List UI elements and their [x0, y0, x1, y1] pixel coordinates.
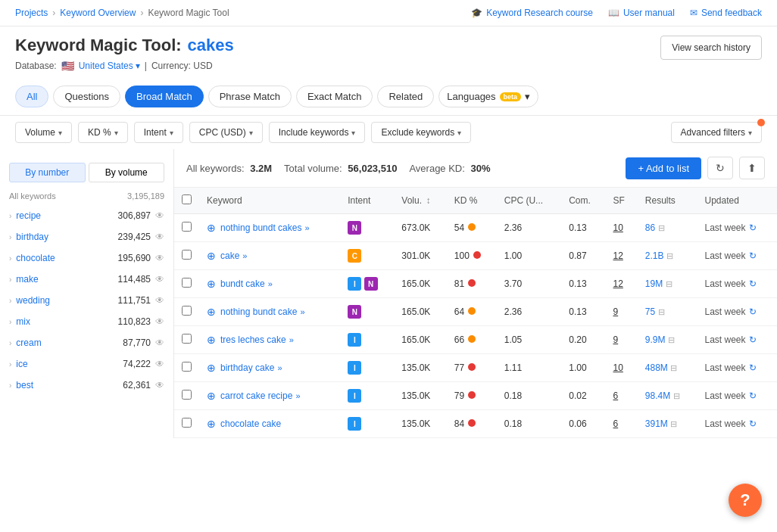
add-keyword-icon[interactable]: ⊕: [207, 250, 216, 262]
keyword-link[interactable]: tres leches cake »: [220, 334, 294, 345]
refresh-icon[interactable]: ↻: [749, 250, 757, 261]
include-keywords-filter[interactable]: Include keywords ▾: [269, 122, 366, 143]
sidebar-item[interactable]: › birthday 239,425 👁: [0, 226, 173, 247]
breadcrumb-keyword-overview[interactable]: Keyword Overview: [60, 8, 136, 18]
refresh-button[interactable]: ↻: [707, 157, 733, 179]
chevron-right-icon: ›: [9, 381, 11, 390]
keyword-link[interactable]: cake »: [220, 250, 247, 261]
sidebar-item[interactable]: › mix 110,823 👁: [0, 311, 173, 332]
database-selector[interactable]: United States ▾: [79, 61, 140, 71]
refresh-icon[interactable]: ↻: [749, 222, 757, 233]
eye-icon[interactable]: 👁: [155, 380, 164, 390]
sidebar-item[interactable]: › chocolate 195,690 👁: [0, 247, 173, 269]
eye-icon[interactable]: 👁: [155, 338, 164, 348]
sf-link[interactable]: 6: [613, 390, 618, 401]
add-keyword-icon[interactable]: ⊕: [207, 390, 216, 402]
results-link[interactable]: 391M: [645, 418, 668, 429]
breadcrumb-projects[interactable]: Projects: [15, 8, 48, 18]
results-cell: 391M ⊟: [638, 410, 697, 438]
results-link[interactable]: 2.1B: [645, 250, 664, 261]
row-checkbox[interactable]: [182, 278, 192, 288]
eye-icon[interactable]: 👁: [155, 359, 164, 369]
th-volume[interactable]: Volu. ↕: [394, 188, 447, 214]
keyword-link[interactable]: nothing bundt cakes »: [220, 222, 310, 233]
results-link[interactable]: 75: [645, 306, 655, 317]
sf-link[interactable]: 12: [613, 250, 623, 261]
view-history-button[interactable]: View search history: [660, 36, 762, 60]
sidebar-item[interactable]: › make 114,485 👁: [0, 269, 173, 290]
exclude-keywords-filter[interactable]: Exclude keywords ▾: [371, 122, 471, 143]
chevron-right-icon: ›: [9, 254, 11, 263]
refresh-icon[interactable]: ↻: [749, 278, 757, 289]
refresh-icon[interactable]: ↻: [749, 418, 757, 429]
sort-by-volume-button[interactable]: By volume: [89, 163, 165, 182]
add-to-list-button[interactable]: + Add to list: [626, 157, 701, 179]
volume-filter[interactable]: Volume ▾: [15, 122, 72, 143]
tab-related[interactable]: Related: [377, 86, 434, 107]
eye-icon[interactable]: 👁: [155, 210, 164, 221]
eye-icon[interactable]: 👁: [155, 232, 164, 242]
add-keyword-icon[interactable]: ⊕: [207, 334, 216, 346]
keyword-link[interactable]: birthday cake »: [220, 362, 282, 373]
add-keyword-icon[interactable]: ⊕: [207, 418, 216, 430]
keyword-link[interactable]: bundt cake »: [220, 278, 273, 289]
eye-icon[interactable]: 👁: [155, 295, 164, 306]
add-keyword-icon[interactable]: ⊕: [207, 278, 216, 290]
refresh-icon[interactable]: ↻: [749, 306, 757, 317]
sf-link[interactable]: 10: [613, 222, 623, 233]
sf-link[interactable]: 9: [613, 334, 618, 345]
results-link[interactable]: 86: [645, 222, 655, 233]
search-keyword: cakes: [188, 36, 234, 55]
refresh-icon[interactable]: ↻: [749, 390, 757, 401]
row-checkbox[interactable]: [182, 222, 192, 232]
results-link[interactable]: 9.9M: [645, 334, 666, 345]
add-keyword-icon[interactable]: ⊕: [207, 222, 216, 234]
row-checkbox[interactable]: [182, 306, 192, 316]
export-button[interactable]: ⬆: [739, 157, 765, 179]
tab-all[interactable]: All: [15, 86, 48, 107]
results-link[interactable]: 98.4M: [645, 390, 670, 401]
tab-questions[interactable]: Questions: [53, 86, 120, 107]
eye-icon[interactable]: 👁: [155, 253, 164, 263]
row-checkbox[interactable]: [182, 362, 192, 372]
sidebar-item[interactable]: › recipe 306,897 👁: [0, 205, 173, 226]
tab-languages[interactable]: Languages beta ▾: [438, 86, 538, 107]
sidebar-item[interactable]: › ice 74,222 👁: [0, 353, 173, 375]
sort-by-number-button[interactable]: By number: [9, 163, 86, 182]
eye-icon[interactable]: 👁: [155, 316, 164, 327]
tab-exact-match[interactable]: Exact Match: [296, 86, 373, 107]
keyword-link[interactable]: chocolate cake: [220, 418, 281, 429]
sidebar-item[interactable]: › best 62,361 👁: [0, 375, 173, 396]
sidebar-item[interactable]: › cream 87,770 👁: [0, 332, 173, 353]
add-keyword-icon[interactable]: ⊕: [207, 362, 216, 374]
select-all-checkbox[interactable]: [182, 194, 192, 204]
row-checkbox[interactable]: [182, 390, 192, 400]
keyword-link[interactable]: nothing bundt cake »: [220, 306, 305, 317]
refresh-icon[interactable]: ↻: [749, 362, 757, 373]
tab-broad-match[interactable]: Broad Match: [125, 86, 204, 107]
tab-phrase-match[interactable]: Phrase Match: [208, 86, 292, 107]
results-link[interactable]: 19M: [645, 278, 663, 289]
results-link[interactable]: 488M: [645, 362, 668, 373]
advanced-filters-button[interactable]: Advanced filters ▾: [671, 122, 762, 143]
sf-link[interactable]: 10: [613, 362, 623, 373]
send-feedback-link[interactable]: ✉ Send feedback: [690, 8, 762, 18]
refresh-icon[interactable]: ↻: [749, 334, 757, 345]
table-row: ⊕nothing bundt cake »N165.0K642.360.1397…: [174, 298, 777, 326]
sf-link[interactable]: 12: [613, 278, 623, 289]
kd-cell: 79: [447, 382, 497, 410]
sf-link[interactable]: 6: [613, 418, 618, 429]
intent-filter[interactable]: Intent ▾: [134, 122, 183, 143]
keyword-link[interactable]: carrot cake recipe »: [220, 390, 301, 401]
row-checkbox[interactable]: [182, 334, 192, 344]
keyword-research-course-link[interactable]: 🎓 Keyword Research course: [471, 8, 593, 18]
sf-link[interactable]: 9: [613, 306, 618, 317]
row-checkbox[interactable]: [182, 418, 192, 428]
add-keyword-icon[interactable]: ⊕: [207, 306, 216, 318]
sidebar-item[interactable]: › wedding 111,751 👁: [0, 290, 173, 311]
cpc-filter[interactable]: CPC (USD) ▾: [189, 122, 263, 143]
row-checkbox[interactable]: [182, 250, 192, 260]
user-manual-link[interactable]: 📖 User manual: [608, 8, 675, 18]
eye-icon[interactable]: 👁: [155, 274, 164, 285]
kd-filter[interactable]: KD % ▾: [78, 122, 128, 143]
